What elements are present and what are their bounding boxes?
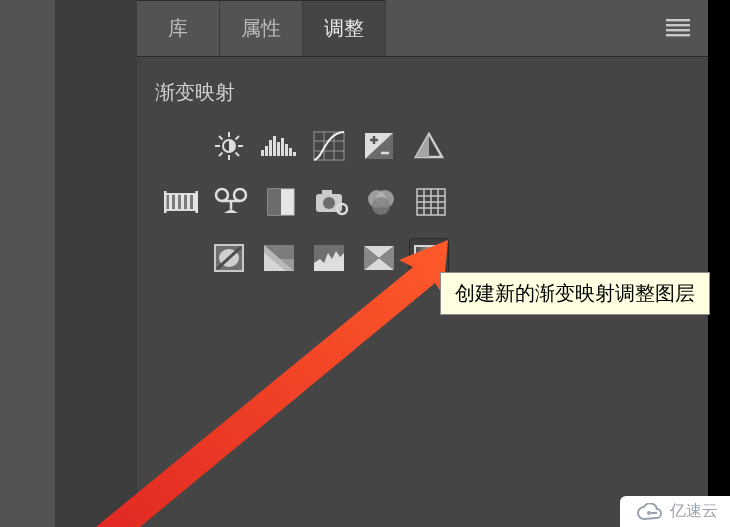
svg-point-42 xyxy=(234,189,246,201)
svg-line-9 xyxy=(219,136,223,140)
svg-point-47 xyxy=(323,197,335,209)
svg-rect-17 xyxy=(277,142,280,156)
curves-icon xyxy=(313,131,345,161)
watermark: 亿速云 xyxy=(620,496,730,527)
svg-point-51 xyxy=(372,197,390,215)
balance-icon xyxy=(214,187,248,217)
brightness-contrast-button[interactable] xyxy=(209,126,249,166)
channel-mixer-icon xyxy=(365,187,397,217)
svg-rect-37 xyxy=(187,194,190,210)
photo-filter-icon xyxy=(314,188,348,216)
photo-filter-button[interactable] xyxy=(311,182,351,222)
left-gutter xyxy=(0,0,56,527)
svg-rect-14 xyxy=(265,146,268,156)
gradient-map-icon xyxy=(414,245,444,271)
svg-rect-1 xyxy=(666,24,690,26)
vibrance-icon xyxy=(414,131,444,161)
svg-line-11 xyxy=(236,136,240,140)
bw-icon xyxy=(267,188,295,216)
brightness-icon xyxy=(213,130,245,162)
curves-button[interactable] xyxy=(309,126,349,166)
levels-icon xyxy=(261,132,297,160)
svg-rect-34 xyxy=(169,194,172,210)
svg-rect-15 xyxy=(269,140,272,156)
svg-rect-20 xyxy=(289,148,292,156)
selective-color-button[interactable] xyxy=(359,238,399,278)
svg-rect-13 xyxy=(261,150,264,156)
hue-sat-icon xyxy=(164,188,198,216)
grid-row xyxy=(161,182,708,222)
watermark-text: 亿速云 xyxy=(670,501,718,522)
svg-rect-16 xyxy=(273,136,276,156)
svg-rect-69 xyxy=(415,246,443,270)
posterize-button[interactable] xyxy=(259,238,299,278)
svg-rect-46 xyxy=(322,190,332,195)
exposure-icon xyxy=(364,132,394,160)
dock-strip xyxy=(55,0,137,527)
svg-rect-21 xyxy=(293,152,296,156)
svg-rect-18 xyxy=(281,138,284,156)
hue-saturation-button[interactable] xyxy=(161,182,201,222)
svg-rect-36 xyxy=(181,194,184,210)
selective-color-icon xyxy=(363,245,395,271)
tab-library[interactable]: 库 xyxy=(137,0,220,56)
invert-icon xyxy=(214,244,244,272)
invert-button[interactable] xyxy=(209,238,249,278)
tab-bar: 库 属性 调整 xyxy=(137,0,708,57)
tab-properties[interactable]: 属性 xyxy=(220,0,303,56)
svg-rect-44 xyxy=(268,189,281,215)
panel-heading: 渐变映射 xyxy=(137,57,708,118)
black-white-button[interactable] xyxy=(261,182,301,222)
color-lookup-button[interactable] xyxy=(411,182,451,222)
color-balance-button[interactable] xyxy=(211,182,251,222)
tab-adjustments[interactable]: 调整 xyxy=(303,0,386,56)
lookup-icon xyxy=(416,188,446,216)
svg-line-12 xyxy=(219,153,223,157)
svg-point-41 xyxy=(216,189,228,201)
exposure-button[interactable] xyxy=(359,126,399,166)
grid-row xyxy=(209,126,708,166)
svg-point-71 xyxy=(647,511,651,515)
svg-rect-35 xyxy=(175,194,178,210)
adjustment-grid xyxy=(209,126,708,278)
svg-line-10 xyxy=(236,153,240,157)
adjustments-panel: 库 属性 调整 渐变映射 xyxy=(137,0,708,527)
hamburger-icon xyxy=(666,19,690,37)
panel-menu-button[interactable] xyxy=(648,0,708,56)
tooltip: 创建新的渐变映射调整图层 xyxy=(440,272,710,315)
posterize-icon xyxy=(264,245,294,271)
levels-button[interactable] xyxy=(259,126,299,166)
threshold-button[interactable] xyxy=(309,238,349,278)
svg-rect-2 xyxy=(666,29,690,31)
channel-mixer-button[interactable] xyxy=(361,182,401,222)
threshold-icon xyxy=(314,245,344,271)
cloud-icon xyxy=(636,503,664,521)
svg-rect-3 xyxy=(666,34,690,36)
svg-rect-19 xyxy=(285,144,288,156)
svg-rect-0 xyxy=(666,19,690,21)
vibrance-button[interactable] xyxy=(409,126,449,166)
